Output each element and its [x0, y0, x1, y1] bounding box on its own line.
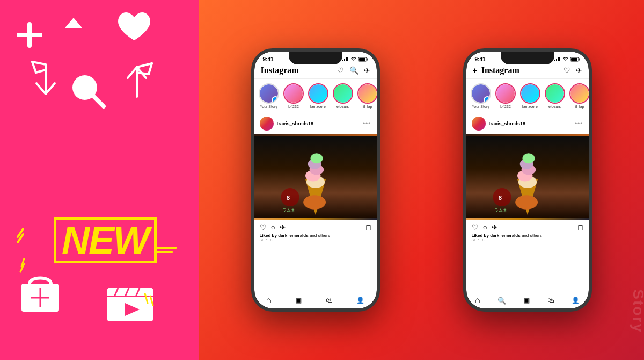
- nav-profile-icon-b[interactable]: 👤: [572, 297, 580, 304]
- story-kenzo[interactable]: kenzoere: [308, 83, 328, 109]
- story-your-b[interactable]: + Your Story: [471, 83, 491, 109]
- status-bar-new: 9:41: [466, 52, 589, 63]
- instagram-logo-new: Instagram: [481, 66, 519, 75]
- nav-profile-icon[interactable]: 👤: [356, 297, 364, 304]
- svg-rect-53: [556, 59, 557, 61]
- svg-line-9: [36, 70, 46, 73]
- svg-rect-52: [554, 60, 555, 61]
- post-more-new[interactable]: •••: [575, 120, 583, 127]
- svg-rect-39: [359, 58, 365, 61]
- nav-reels-icon-b[interactable]: ▣: [524, 297, 530, 304]
- story-name-elo: eloears: [336, 105, 349, 109]
- nav-home-icon-b[interactable]: ⌂: [475, 296, 480, 305]
- story-kenzo-b[interactable]: kenzoere: [520, 83, 540, 109]
- svg-rect-37: [347, 57, 348, 61]
- arrow-left-icon: [30, 59, 62, 104]
- story-name-lofi: lofi232: [288, 105, 299, 109]
- story-elo-b[interactable]: eloears: [545, 83, 565, 109]
- nav-home-icon[interactable]: ⌂: [266, 296, 272, 305]
- liked-by-new: dark_emeralds: [490, 233, 520, 238]
- post-username-new: travis_shreds18: [489, 121, 526, 126]
- search-header-icon[interactable]: 🔍: [349, 66, 358, 75]
- svg-point-66: [515, 195, 538, 210]
- svg-rect-36: [346, 57, 347, 61]
- post-actions-new: ♡ ○ ✈ ⊓: [466, 220, 589, 233]
- story-lofi[interactable]: lofi232: [283, 83, 304, 109]
- post-avatar-old: [260, 117, 274, 131]
- story-lil-avatar: [357, 83, 377, 104]
- svg-line-7: [32, 62, 46, 64]
- plus-icon: [16, 21, 43, 51]
- battery-icon-b: [570, 57, 580, 62]
- heart-header-icon[interactable]: ♡: [337, 66, 344, 75]
- post-more-old[interactable]: •••: [363, 120, 371, 127]
- svg-point-67: [493, 188, 511, 206]
- story-plus-icon-b: +: [484, 96, 491, 104]
- post-header-new: travis_shreds18 •••: [466, 113, 589, 134]
- phone-screen-new: 9:41 + Instagram ♡ ✈: [466, 52, 589, 308]
- phone-new: 9:41 + Instagram ♡ ✈: [463, 48, 592, 312]
- plus-header-icon[interactable]: +: [473, 66, 477, 75]
- like-action-icon-b[interactable]: ♡: [472, 223, 479, 232]
- share-action-icon[interactable]: ✈: [280, 223, 286, 232]
- svg-line-4: [86, 16, 89, 27]
- svg-line-3: [74, 16, 89, 19]
- liked-by-old: dark_emeralds: [278, 233, 308, 238]
- svg-point-47: [310, 153, 323, 163]
- ig-header-old: Instagram ♡ 🔍 ✈: [254, 63, 377, 79]
- story-lil[interactable]: lil_lap: [357, 83, 377, 109]
- bottom-nav-old: ⌂ ▣ 🛍 👤: [254, 292, 377, 308]
- comment-action-icon[interactable]: ○: [271, 223, 275, 232]
- save-action-icon[interactable]: ⊓: [365, 223, 371, 232]
- svg-rect-54: [558, 57, 559, 61]
- send-header-icon[interactable]: ✈: [364, 66, 370, 75]
- comment-action-icon-b[interactable]: ○: [483, 223, 487, 232]
- nav-reels-icon[interactable]: ▣: [296, 297, 302, 304]
- story-elo-avatar-b: [545, 83, 565, 104]
- save-action-icon-b[interactable]: ⊓: [577, 223, 583, 232]
- story-name-lofi-b: lofi232: [500, 105, 511, 109]
- status-bar-old: 9:41: [254, 52, 377, 63]
- story-plus-icon: +: [272, 96, 279, 104]
- signal-icon: [342, 57, 349, 61]
- post-image-svg: 8 ラムネ: [254, 134, 377, 220]
- svg-rect-57: [571, 58, 577, 61]
- status-icons-old: [342, 57, 368, 62]
- wifi-icon-b: [562, 57, 569, 61]
- svg-text:8: 8: [498, 195, 501, 201]
- svg-line-33: [150, 296, 153, 305]
- share-action-icon-b[interactable]: ✈: [492, 223, 498, 232]
- liked-suffix-new: and others: [522, 233, 542, 238]
- post-date-old: SEPT 8: [254, 238, 377, 245]
- story-kenzo-avatar: [308, 83, 328, 104]
- heart-header-icon-b[interactable]: ♡: [564, 66, 570, 75]
- story-lofi-b[interactable]: lofi232: [495, 83, 516, 109]
- phone-mockup-old: 9:41 Instagram ♡ 🔍 ✈: [251, 48, 380, 312]
- nav-shop-icon-b[interactable]: 🛍: [547, 297, 554, 304]
- story-elo-avatar: [333, 83, 353, 104]
- deco-lines-left: [15, 226, 31, 255]
- nav-search-icon-b[interactable]: 🔍: [497, 297, 506, 305]
- send-header-icon-b[interactable]: ✈: [576, 66, 582, 75]
- story-lil-b[interactable]: lil_lap: [569, 83, 589, 109]
- nav-shop-icon[interactable]: 🛍: [326, 297, 332, 304]
- svg-rect-34: [342, 60, 343, 61]
- your-story-avatar: +: [259, 83, 279, 104]
- phone-mockup-new: 9:41 + Instagram ♡ ✈: [463, 48, 592, 312]
- post-image-old: 8 ラムネ: [254, 134, 377, 220]
- story-label: Story: [630, 289, 644, 333]
- post-image-new: 8 ラムネ: [466, 134, 589, 220]
- action-left-new: ♡ ○ ✈: [472, 223, 498, 232]
- story-elo[interactable]: eloears: [333, 83, 353, 109]
- story-name-elo-b: eloears: [548, 105, 561, 109]
- story-your[interactable]: + Your Story: [259, 83, 279, 109]
- svg-text:ラムネ: ラムネ: [282, 208, 295, 213]
- header-left-new: + Instagram: [473, 66, 519, 75]
- stories-row-old: + Your Story lofi232 kenz: [254, 79, 377, 113]
- heart-icon: [115, 11, 153, 48]
- right-panel: 9:41 Instagram ♡ 🔍 ✈: [199, 0, 644, 360]
- post-user-new: travis_shreds18: [472, 117, 526, 131]
- like-action-icon[interactable]: ♡: [260, 223, 267, 232]
- action-left-old: ♡ ○ ✈: [260, 223, 286, 232]
- spark-lines-2: [142, 293, 158, 317]
